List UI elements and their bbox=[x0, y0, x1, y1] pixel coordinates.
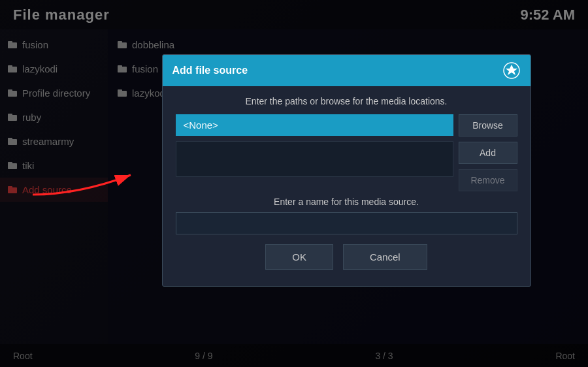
kodi-logo bbox=[502, 61, 521, 80]
add-file-source-modal: Add file source Enter the paths or brows… bbox=[162, 54, 531, 287]
name-input[interactable] bbox=[176, 212, 517, 234]
browse-button[interactable]: Browse bbox=[459, 114, 517, 136]
source-list-area bbox=[176, 141, 453, 177]
modal-footer: OK Cancel bbox=[176, 244, 517, 276]
path-input-row bbox=[176, 114, 453, 136]
action-buttons: Browse Add Remove bbox=[459, 114, 517, 197]
cancel-button[interactable]: Cancel bbox=[343, 244, 427, 270]
modal-title: Add file source bbox=[172, 65, 248, 76]
svg-marker-1 bbox=[506, 65, 517, 75]
modal-description: Enter the paths or browse for the media … bbox=[176, 96, 517, 106]
path-input[interactable] bbox=[176, 114, 453, 136]
modal-body: Enter the paths or browse for the media … bbox=[163, 86, 531, 286]
modal-overlay: Add file source Enter the paths or brows… bbox=[0, 0, 588, 367]
remove-button[interactable]: Remove bbox=[459, 169, 517, 191]
kodi-icon bbox=[503, 62, 520, 79]
add-button[interactable]: Add bbox=[459, 142, 517, 164]
name-description: Enter a name for this media source. bbox=[176, 197, 517, 207]
modal-header: Add file source bbox=[163, 55, 531, 86]
ok-button[interactable]: OK bbox=[265, 244, 333, 270]
